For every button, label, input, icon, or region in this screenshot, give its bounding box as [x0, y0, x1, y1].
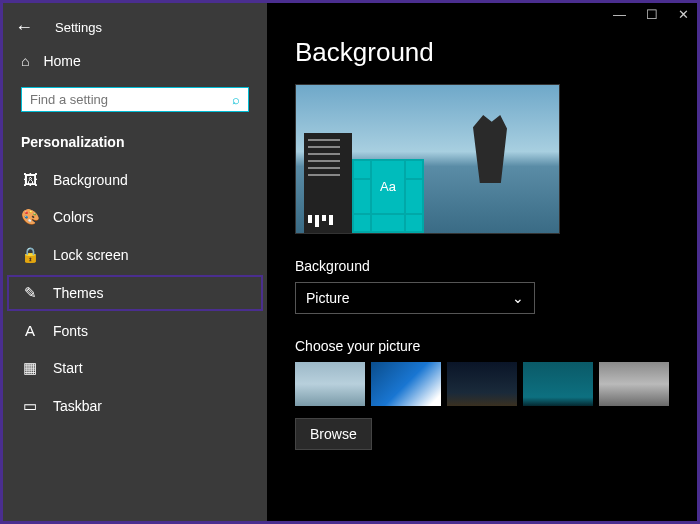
picture-thumb[interactable]: [295, 362, 365, 406]
sidebar-item-lockscreen[interactable]: 🔒 Lock screen: [3, 237, 267, 273]
picture-thumb[interactable]: [599, 362, 669, 406]
sidebar-item-label: Background: [53, 172, 128, 188]
background-preview: Aa: [295, 84, 560, 234]
browse-button[interactable]: Browse: [295, 418, 372, 450]
picture-thumb[interactable]: [447, 362, 517, 406]
font-icon: A: [21, 322, 39, 339]
background-type-label: Background: [295, 258, 669, 274]
preview-tile-text: Aa: [372, 161, 404, 213]
lock-icon: 🔒: [21, 246, 39, 264]
search-icon: ⌕: [232, 92, 240, 107]
choose-picture-label: Choose your picture: [295, 338, 669, 354]
section-header: Personalization: [3, 128, 267, 162]
sidebar-item-label: Taskbar: [53, 398, 102, 414]
picture-thumb[interactable]: [523, 362, 593, 406]
nav-home-label: Home: [43, 53, 80, 69]
sidebar-item-colors[interactable]: 🎨 Colors: [3, 199, 267, 235]
sidebar-item-label: Themes: [53, 285, 104, 301]
sidebar-item-start[interactable]: ▦ Start: [3, 350, 267, 386]
picture-icon: 🖼: [21, 171, 39, 188]
start-icon: ▦: [21, 359, 39, 377]
dropdown-value: Picture: [306, 290, 350, 306]
search-box[interactable]: ⌕: [21, 87, 249, 112]
minimize-button[interactable]: —: [613, 7, 626, 22]
window-title: Settings: [55, 20, 102, 35]
sidebar-item-label: Colors: [53, 209, 93, 225]
background-type-dropdown[interactable]: Picture ⌄: [295, 282, 535, 314]
sidebar-item-label: Lock screen: [53, 247, 128, 263]
palette-icon: 🎨: [21, 208, 39, 226]
close-button[interactable]: ✕: [678, 7, 689, 22]
sidebar-item-background[interactable]: 🖼 Background: [3, 162, 267, 197]
sidebar-item-taskbar[interactable]: ▭ Taskbar: [3, 388, 267, 424]
nav-home[interactable]: ⌂ Home: [3, 43, 267, 79]
sidebar-item-label: Fonts: [53, 323, 88, 339]
sidebar-item-themes[interactable]: ✎ Themes: [7, 275, 263, 311]
maximize-button[interactable]: ☐: [646, 7, 658, 22]
taskbar-icon: ▭: [21, 397, 39, 415]
theme-icon: ✎: [21, 284, 39, 302]
sidebar-item-label: Start: [53, 360, 83, 376]
picture-thumbnails: [295, 362, 669, 406]
search-input[interactable]: [30, 92, 232, 107]
back-button[interactable]: ←: [15, 17, 35, 38]
home-icon: ⌂: [21, 53, 29, 69]
picture-thumb[interactable]: [371, 362, 441, 406]
chevron-down-icon: ⌄: [512, 290, 524, 306]
sidebar-item-fonts[interactable]: A Fonts: [3, 313, 267, 348]
page-title: Background: [295, 37, 669, 68]
